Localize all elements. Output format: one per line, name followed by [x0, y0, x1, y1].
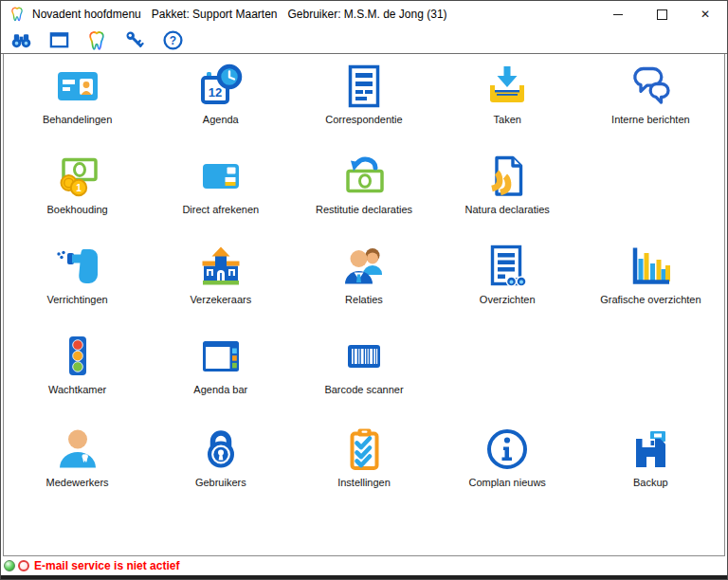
status-bar: E-mail service is niet actief — [1, 556, 727, 575]
menu-item-label: Overzichten — [480, 294, 536, 305]
menu-item-gebruikers[interactable]: Gebruikers — [149, 422, 292, 517]
menu-grid: Behandelingen 12 Agenda — [4, 59, 724, 517]
window-title: Novadent hoofdmenu — [32, 8, 141, 21]
menu-item-backup[interactable]: Backup — [579, 422, 722, 517]
menu-item-overzichten[interactable]: Overzichten — [436, 239, 579, 329]
office-building-icon — [198, 244, 244, 289]
menu-item-label: Gebruikers — [195, 477, 246, 488]
empty-cell — [579, 149, 722, 239]
toolbar: ? — [1, 27, 727, 54]
menu-item-barcode-scanner[interactable]: Barcode scanner — [292, 329, 435, 422]
menu-item-label: Barcode scanner — [324, 384, 403, 395]
menu-item-verzekeraars[interactable]: Verzekeraars — [149, 239, 292, 329]
help-toolbar-button[interactable]: ? — [161, 29, 184, 52]
menu-item-taken[interactable]: Taken — [436, 59, 579, 149]
letter-document-icon — [341, 63, 387, 109]
service-red-indicator-icon — [18, 560, 29, 571]
menu-item-label: Boekhouding — [46, 204, 107, 215]
window-icon — [48, 29, 70, 51]
menu-item-label: Grafische overzichten — [600, 294, 701, 305]
menu-item-label: Medewerkers — [46, 477, 109, 488]
menu-item-verrichtingen[interactable]: Verrichtingen — [6, 239, 149, 329]
people-icon — [341, 244, 387, 289]
menu-item-interne-berichten[interactable]: Interne berichten — [579, 59, 722, 149]
menu-item-wachtkamer[interactable]: Wachtkamer — [6, 329, 149, 422]
menu-item-direct-afrekenen[interactable]: Direct afrekenen — [149, 149, 292, 239]
window-controls: ✕ — [596, 1, 727, 27]
menu-item-instellingen[interactable]: Instellingen — [292, 422, 435, 517]
menu-item-label: Correspondentie — [325, 114, 402, 125]
menu-item-label: Backup — [633, 477, 668, 488]
window-bottom-edge — [1, 575, 727, 579]
menu-item-label: Agenda bar — [193, 384, 247, 395]
chat-bubbles-icon — [628, 63, 673, 109]
menu-item-natura-declaraties[interactable]: Natura declaraties — [436, 149, 579, 239]
traffic-light-icon — [55, 334, 100, 379]
menu-item-label: Taken — [494, 114, 521, 125]
menu-item-complan-nieuws[interactable]: Complan nieuws — [436, 422, 579, 517]
money-coins-icon: 1 — [55, 154, 100, 199]
package-label: Pakket: Support Maarten — [152, 8, 278, 21]
access-toolbar-button[interactable] — [123, 29, 146, 52]
novadent-toolbar-button[interactable] — [85, 29, 108, 52]
bar-chart-icon — [628, 244, 673, 289]
checklist-clipboard-icon — [341, 426, 387, 472]
novadent-tooth-icon — [85, 29, 108, 52]
calendar-clock-icon: 12 — [198, 63, 244, 109]
menu-item-behandelingen[interactable]: Behandelingen — [6, 59, 149, 149]
maximize-icon — [657, 9, 667, 20]
menu-item-agenda-bar[interactable]: Agenda bar — [149, 329, 292, 422]
menu-item-boekhouding[interactable]: 1 Boekhouding — [6, 149, 149, 239]
binoculars-icon — [10, 29, 32, 51]
dental-drill-icon — [55, 244, 100, 289]
title-text: Novadent hoofdmenu Pakket: Support Maart… — [32, 8, 447, 21]
main-menu-area: Behandelingen 12 Agenda — [3, 54, 725, 556]
empty-cell — [579, 329, 722, 422]
menu-item-medewerkers[interactable]: Medewerkers — [6, 422, 149, 517]
menu-item-restitutie-declaraties[interactable]: Restitutie declaraties — [292, 149, 435, 239]
vektis-document-icon — [484, 154, 530, 199]
menu-item-label: Complan nieuws — [469, 477, 546, 488]
menu-item-label: Behandelingen — [43, 114, 112, 125]
help-icon: ? — [162, 29, 184, 51]
minimize-button[interactable] — [596, 1, 640, 27]
info-icon — [484, 426, 530, 472]
menu-item-label: Natura declaraties — [465, 204, 550, 215]
money-refund-icon — [341, 154, 387, 199]
novadent-logo-icon — [9, 6, 26, 23]
window-toolbar-button[interactable] — [47, 29, 70, 52]
menu-item-relaties[interactable]: Relaties — [292, 239, 435, 329]
svg-text:?: ? — [169, 34, 175, 47]
svg-text:1: 1 — [76, 183, 82, 193]
menu-item-grafische-overzichten[interactable]: Grafische overzichten — [579, 239, 722, 329]
bank-card-icon — [198, 154, 244, 199]
menu-item-label: Direct afrekenen — [182, 204, 259, 215]
minimize-icon — [613, 14, 623, 15]
close-button[interactable]: ✕ — [683, 1, 727, 27]
menu-item-label: Instellingen — [337, 477, 391, 488]
floppy-disk-icon — [628, 426, 673, 472]
user-label: Gebruiker: M.S.M. de Jong (31) — [288, 8, 447, 21]
menu-item-label: Interne berichten — [611, 114, 690, 125]
patient-card-icon — [55, 63, 100, 109]
barcode-icon — [341, 334, 387, 379]
dentist-person-icon — [55, 426, 100, 472]
menu-item-agenda[interactable]: 12 Agenda — [149, 59, 292, 149]
key-icon — [124, 29, 146, 51]
padlock-icon — [198, 426, 244, 472]
menu-item-label: Wachtkamer — [48, 384, 106, 395]
maximize-button[interactable] — [640, 1, 683, 27]
search-toolbar-button[interactable] — [9, 29, 32, 52]
menu-item-label: Relaties — [345, 294, 383, 305]
menu-item-correspondentie[interactable]: Correspondentie — [292, 59, 435, 149]
close-icon: ✕ — [701, 9, 710, 20]
empty-cell — [436, 329, 579, 422]
novadent-main-window: Novadent hoofdmenu Pakket: Support Maart… — [0, 0, 728, 580]
menu-item-label: Agenda — [203, 114, 239, 125]
window-sidebar-icon — [198, 334, 244, 379]
title-bar: Novadent hoofdmenu Pakket: Support Maart… — [1, 1, 727, 27]
menu-item-label: Restitutie declaraties — [316, 204, 412, 215]
service-green-indicator-icon — [4, 560, 15, 571]
inbox-tray-icon — [484, 63, 530, 109]
report-binoculars-icon — [484, 244, 530, 289]
